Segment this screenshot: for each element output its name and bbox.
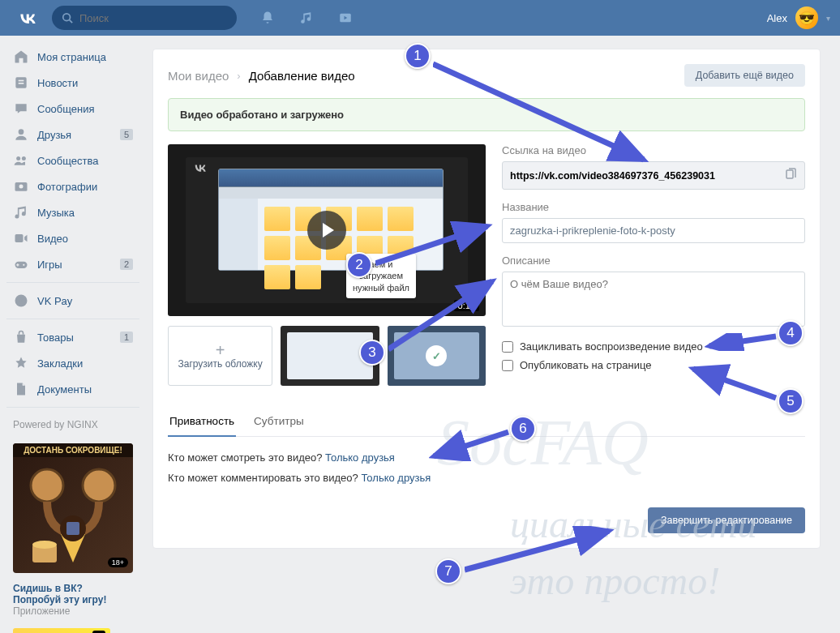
save-button[interactable]: Завершить редактирование	[648, 507, 805, 533]
nav-msg[interactable]: Сообщения	[6, 96, 139, 122]
home-icon	[13, 49, 29, 65]
play-icon[interactable]	[307, 211, 346, 250]
nav-music[interactable]: Музыка	[6, 199, 139, 225]
name-input[interactable]	[502, 218, 805, 243]
chevron-down-icon: ▾	[826, 14, 830, 23]
svg-point-21	[32, 541, 57, 549]
view-privacy-link[interactable]: Только друзья	[325, 451, 395, 464]
svg-point-16	[31, 469, 63, 502]
svg-point-10	[19, 185, 24, 189]
sidebar: Моя страницаНовостиСообщенияДрузья5Сообщ…	[6, 36, 139, 633]
market-icon	[13, 329, 29, 345]
msg-icon	[13, 101, 29, 117]
video-icon	[13, 230, 29, 246]
nav-friends[interactable]: Друзья5	[6, 122, 139, 148]
name-label: Название	[502, 201, 805, 213]
promo-link[interactable]: Сидишь в ВК? Попробуй эту игру!	[13, 583, 106, 605]
svg-point-17	[83, 469, 115, 502]
privacy-settings: Кто может смотреть это видео? Только дру…	[168, 448, 805, 488]
tab-privacy[interactable]: Приватность	[168, 407, 236, 437]
check-icon: ✓	[426, 345, 447, 366]
nav-groups[interactable]: Сообщества	[6, 148, 139, 173]
add-more-button[interactable]: Добавить ещё видео	[684, 64, 805, 87]
music-icon	[13, 204, 29, 220]
video-preview[interactable]: аем изагружаемнужный файл 0:11	[168, 144, 486, 316]
breadcrumb: Мои видео › Добавление видео Добавить ещ…	[168, 64, 805, 87]
loop-checkbox[interactable]: Зацикливать воспроизведение видео	[502, 340, 805, 353]
nav-home[interactable]: Моя страница	[6, 44, 139, 70]
link-value: https://vk.com/video384697376_456239031	[510, 170, 784, 182]
powered-by: Powered by NGINX	[6, 413, 139, 437]
svg-line-1	[70, 20, 73, 24]
yandex-money-banner[interactable]	[13, 628, 110, 633]
badge: 5	[120, 129, 133, 140]
promo-banner[interactable]: ДОСТАНЬ СОКРОВИЩЕ! 18+	[13, 443, 133, 573]
status-success: Видео обработано и загружено	[168, 98, 805, 131]
promo-sub: Приложение	[13, 605, 70, 617]
fav-icon	[13, 355, 29, 371]
nav-news[interactable]: Новости	[6, 70, 139, 96]
age-badge: 18+	[108, 558, 128, 567]
desc-label: Описание	[502, 254, 805, 267]
nav-games[interactable]: Игры2	[6, 251, 139, 277]
duration-badge: 0:11	[454, 300, 479, 311]
svg-point-7	[16, 156, 20, 160]
chevron-right-icon: ›	[237, 70, 240, 82]
desc-textarea[interactable]	[502, 272, 805, 327]
search-input[interactable]	[79, 12, 227, 24]
upload-cover-button[interactable]: + Загрузить обложку	[168, 326, 272, 386]
tabs: Приватность Субтитры	[168, 407, 805, 437]
badge: 1	[120, 331, 133, 343]
nav-video[interactable]: Видео	[6, 225, 139, 251]
search-icon	[62, 12, 73, 24]
avatar: 😎	[795, 6, 818, 29]
tab-subs[interactable]: Субтитры	[252, 407, 306, 436]
svg-text:₽: ₽	[19, 297, 24, 305]
main-card: Мои видео › Добавление видео Добавить ещ…	[152, 49, 821, 549]
news-icon	[13, 75, 29, 91]
video-play-icon[interactable]	[337, 10, 354, 26]
thumb-2[interactable]: ✓	[388, 326, 486, 386]
topbar: Alex 😎 ▾	[0, 0, 840, 36]
music-icon[interactable]	[298, 10, 315, 26]
preview-tooltip: аем изагружаемнужный файл	[346, 254, 416, 298]
svg-point-0	[63, 14, 71, 21]
photo-icon	[13, 178, 29, 195]
doc-icon	[13, 381, 29, 397]
plus-icon: +	[216, 342, 225, 358]
nav-doc[interactable]: Документы	[6, 376, 139, 402]
nav-market[interactable]: Товары1	[6, 324, 139, 350]
thumb-1[interactable]	[281, 326, 379, 386]
vk-watermark-icon	[192, 162, 208, 174]
comment-privacy-link[interactable]: Только друзья	[361, 472, 431, 484]
svg-rect-22	[786, 170, 793, 178]
friends-icon	[13, 126, 29, 143]
groups-icon	[13, 152, 29, 169]
crumb-root[interactable]: Мои видео	[168, 69, 229, 83]
nav-fav[interactable]: Закладки	[6, 350, 139, 376]
nav-photo[interactable]: Фотографии	[6, 173, 139, 199]
user-menu[interactable]: Alex 😎 ▾	[767, 6, 830, 29]
svg-point-13	[23, 264, 24, 266]
user-name: Alex	[767, 12, 787, 24]
svg-rect-11	[15, 234, 24, 242]
svg-point-6	[19, 129, 24, 135]
nav-pay[interactable]: ₽VK Pay	[6, 288, 139, 314]
link-label: Ссылка на видео	[502, 144, 805, 156]
link-field: https://vk.com/video384697376_456239031	[502, 161, 805, 190]
badge: 2	[120, 259, 133, 270]
annotation-7: 7	[435, 558, 461, 584]
copy-icon[interactable]	[784, 168, 797, 183]
svg-rect-19	[66, 522, 79, 535]
bell-icon[interactable]	[259, 10, 276, 26]
publish-checkbox[interactable]: Опубликовать на странице	[502, 359, 805, 371]
games-icon	[13, 256, 29, 272]
svg-line-29	[465, 531, 609, 570]
vk-logo[interactable]	[16, 6, 39, 29]
svg-point-8	[22, 156, 26, 160]
crumb-current: Добавление видео	[249, 69, 355, 83]
search-box[interactable]	[52, 6, 237, 30]
pay-icon: ₽	[13, 293, 29, 309]
